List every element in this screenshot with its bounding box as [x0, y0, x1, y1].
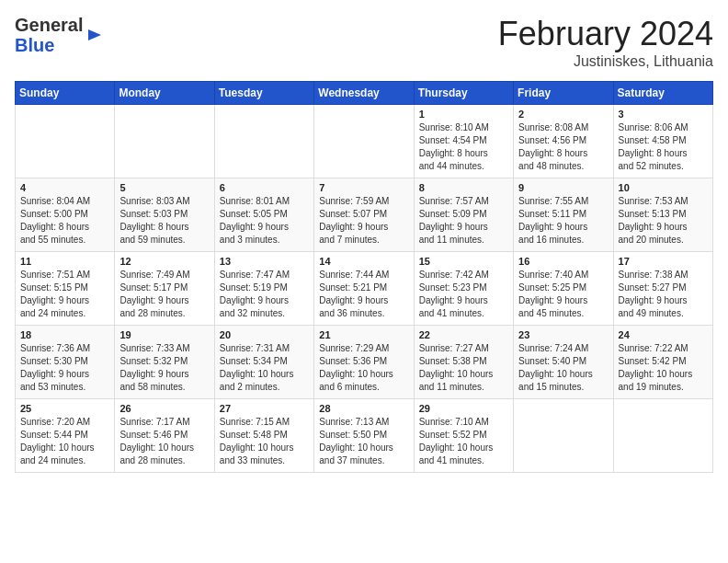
- day-info: Sunrise: 7:17 AM Sunset: 5:46 PM Dayligh…: [119, 416, 209, 467]
- logo-general: General: [15, 15, 83, 35]
- calendar-cell: [314, 105, 414, 178]
- col-header-tuesday: Tuesday: [214, 82, 313, 105]
- day-number: 10: [619, 182, 708, 193]
- calendar-cell: 3Sunrise: 8:06 AM Sunset: 4:58 PM Daylig…: [613, 105, 712, 178]
- col-header-thursday: Thursday: [414, 82, 513, 105]
- day-number: 17: [619, 256, 708, 267]
- calendar-cell: [115, 105, 214, 178]
- day-info: Sunrise: 7:13 AM Sunset: 5:50 PM Dayligh…: [319, 416, 408, 467]
- calendar-cell: 16Sunrise: 7:40 AM Sunset: 5:25 PM Dayli…: [514, 252, 613, 326]
- calendar-cell: 7Sunrise: 7:59 AM Sunset: 5:07 PM Daylig…: [314, 178, 414, 252]
- location: Justiniskes, Lithuania: [498, 53, 713, 70]
- day-number: 6: [220, 182, 309, 193]
- week-row-5: 25Sunrise: 7:20 AM Sunset: 5:44 PM Dayli…: [16, 399, 713, 473]
- day-number: 19: [119, 329, 209, 340]
- calendar-cell: 27Sunrise: 7:15 AM Sunset: 5:48 PM Dayli…: [214, 399, 313, 473]
- svg-marker-0: [88, 29, 101, 40]
- logo-text: General Blue: [15, 15, 103, 55]
- calendar-cell: 28Sunrise: 7:13 AM Sunset: 5:50 PM Dayli…: [314, 399, 414, 473]
- calendar-cell: 20Sunrise: 7:31 AM Sunset: 5:34 PM Dayli…: [214, 326, 313, 399]
- day-number: 15: [419, 256, 508, 267]
- day-info: Sunrise: 7:49 AM Sunset: 5:17 PM Dayligh…: [119, 269, 209, 320]
- calendar-cell: 11Sunrise: 7:51 AM Sunset: 5:15 PM Dayli…: [16, 252, 115, 326]
- day-info: Sunrise: 7:51 AM Sunset: 5:15 PM Dayligh…: [20, 269, 109, 320]
- day-info: Sunrise: 7:10 AM Sunset: 5:52 PM Dayligh…: [419, 416, 508, 467]
- day-info: Sunrise: 8:03 AM Sunset: 5:03 PM Dayligh…: [119, 195, 209, 247]
- calendar-cell: 25Sunrise: 7:20 AM Sunset: 5:44 PM Dayli…: [16, 399, 115, 473]
- day-info: Sunrise: 7:38 AM Sunset: 5:27 PM Dayligh…: [619, 269, 708, 320]
- day-number: 21: [319, 329, 408, 340]
- calendar-cell: 1Sunrise: 8:10 AM Sunset: 4:54 PM Daylig…: [414, 105, 513, 178]
- calendar-cell: 13Sunrise: 7:47 AM Sunset: 5:19 PM Dayli…: [214, 252, 313, 326]
- day-info: Sunrise: 7:36 AM Sunset: 5:30 PM Dayligh…: [20, 342, 109, 394]
- day-number: 11: [20, 256, 109, 267]
- day-info: Sunrise: 7:44 AM Sunset: 5:21 PM Dayligh…: [319, 269, 408, 320]
- calendar-cell: 6Sunrise: 8:01 AM Sunset: 5:05 PM Daylig…: [214, 178, 313, 252]
- day-info: Sunrise: 7:42 AM Sunset: 5:23 PM Dayligh…: [419, 269, 508, 320]
- day-number: 29: [419, 403, 508, 414]
- calendar-cell: 24Sunrise: 7:22 AM Sunset: 5:42 PM Dayli…: [613, 326, 712, 399]
- calendar-cell: 5Sunrise: 8:03 AM Sunset: 5:03 PM Daylig…: [115, 178, 214, 252]
- calendar-cell: 17Sunrise: 7:38 AM Sunset: 5:27 PM Dayli…: [613, 252, 712, 326]
- col-header-friday: Friday: [514, 82, 613, 105]
- calendar-cell: 9Sunrise: 7:55 AM Sunset: 5:11 PM Daylig…: [514, 178, 613, 252]
- calendar-cell: 22Sunrise: 7:27 AM Sunset: 5:38 PM Dayli…: [414, 326, 513, 399]
- day-info: Sunrise: 7:22 AM Sunset: 5:42 PM Dayligh…: [619, 342, 708, 394]
- logo-arrow-icon: [86, 27, 103, 43]
- day-number: 27: [220, 403, 309, 414]
- col-header-wednesday: Wednesday: [314, 82, 414, 105]
- calendar-cell: 21Sunrise: 7:29 AM Sunset: 5:36 PM Dayli…: [314, 326, 414, 399]
- day-info: Sunrise: 7:20 AM Sunset: 5:44 PM Dayligh…: [20, 416, 109, 467]
- day-info: Sunrise: 8:10 AM Sunset: 4:54 PM Dayligh…: [419, 121, 508, 173]
- calendar-cell: 15Sunrise: 7:42 AM Sunset: 5:23 PM Dayli…: [414, 252, 513, 326]
- day-info: Sunrise: 7:55 AM Sunset: 5:11 PM Dayligh…: [518, 195, 608, 247]
- month-title: February 2024: [498, 15, 713, 53]
- day-number: 28: [319, 403, 408, 414]
- calendar-header-row: SundayMondayTuesdayWednesdayThursdayFrid…: [16, 82, 713, 105]
- day-number: 25: [20, 403, 109, 414]
- day-info: Sunrise: 7:15 AM Sunset: 5:48 PM Dayligh…: [220, 416, 309, 467]
- day-number: 3: [619, 109, 708, 120]
- day-info: Sunrise: 8:04 AM Sunset: 5:00 PM Dayligh…: [20, 195, 109, 247]
- col-header-sunday: Sunday: [16, 82, 115, 105]
- day-number: 20: [220, 329, 309, 340]
- day-info: Sunrise: 7:53 AM Sunset: 5:13 PM Dayligh…: [619, 195, 708, 247]
- day-number: 14: [319, 256, 408, 267]
- day-number: 9: [518, 182, 608, 193]
- calendar-cell: 29Sunrise: 7:10 AM Sunset: 5:52 PM Dayli…: [414, 399, 513, 473]
- day-number: 4: [20, 182, 109, 193]
- calendar-cell: 26Sunrise: 7:17 AM Sunset: 5:46 PM Dayli…: [115, 399, 214, 473]
- calendar-cell: 14Sunrise: 7:44 AM Sunset: 5:21 PM Dayli…: [314, 252, 414, 326]
- day-number: 2: [518, 109, 608, 120]
- calendar-cell: 19Sunrise: 7:33 AM Sunset: 5:32 PM Dayli…: [115, 326, 214, 399]
- logo-blue: Blue: [15, 35, 54, 55]
- week-row-1: 1Sunrise: 8:10 AM Sunset: 4:54 PM Daylig…: [16, 105, 713, 178]
- day-number: 23: [518, 329, 608, 340]
- calendar-cell: [514, 399, 613, 473]
- day-number: 5: [119, 182, 209, 193]
- day-info: Sunrise: 7:33 AM Sunset: 5:32 PM Dayligh…: [119, 342, 209, 394]
- day-number: 8: [419, 182, 508, 193]
- col-header-saturday: Saturday: [613, 82, 712, 105]
- day-info: Sunrise: 8:01 AM Sunset: 5:05 PM Dayligh…: [220, 195, 309, 247]
- day-info: Sunrise: 7:29 AM Sunset: 5:36 PM Dayligh…: [319, 342, 408, 394]
- calendar-cell: 23Sunrise: 7:24 AM Sunset: 5:40 PM Dayli…: [514, 326, 613, 399]
- day-number: 18: [20, 329, 109, 340]
- col-header-monday: Monday: [115, 82, 214, 105]
- day-info: Sunrise: 7:40 AM Sunset: 5:25 PM Dayligh…: [518, 269, 608, 320]
- calendar-cell: 18Sunrise: 7:36 AM Sunset: 5:30 PM Dayli…: [16, 326, 115, 399]
- day-number: 16: [518, 256, 608, 267]
- week-row-4: 18Sunrise: 7:36 AM Sunset: 5:30 PM Dayli…: [16, 326, 713, 399]
- day-info: Sunrise: 7:47 AM Sunset: 5:19 PM Dayligh…: [220, 269, 309, 320]
- day-number: 12: [119, 256, 209, 267]
- calendar-cell: 2Sunrise: 8:08 AM Sunset: 4:56 PM Daylig…: [514, 105, 613, 178]
- day-info: Sunrise: 8:08 AM Sunset: 4:56 PM Dayligh…: [518, 121, 608, 173]
- week-row-2: 4Sunrise: 8:04 AM Sunset: 5:00 PM Daylig…: [16, 178, 713, 252]
- calendar-table: SundayMondayTuesdayWednesdayThursdayFrid…: [15, 81, 713, 473]
- day-info: Sunrise: 7:31 AM Sunset: 5:34 PM Dayligh…: [220, 342, 309, 394]
- day-number: 22: [419, 329, 508, 340]
- calendar-cell: 12Sunrise: 7:49 AM Sunset: 5:17 PM Dayli…: [115, 252, 214, 326]
- calendar-cell: 8Sunrise: 7:57 AM Sunset: 5:09 PM Daylig…: [414, 178, 513, 252]
- day-number: 26: [119, 403, 209, 414]
- day-number: 24: [619, 329, 708, 340]
